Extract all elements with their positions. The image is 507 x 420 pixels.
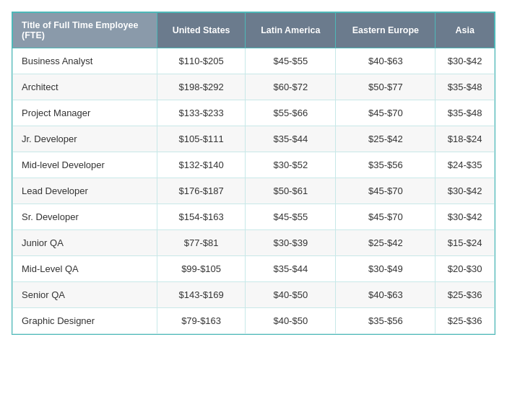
table-row: Mid-level Developer$132-$140$30-$52$35-$… (13, 152, 495, 178)
cell-latam: $35-$44 (246, 256, 336, 282)
cell-title: Business Analyst (13, 48, 157, 74)
cell-latam: $40-$50 (246, 308, 336, 334)
cell-us: $132-$140 (157, 152, 246, 178)
cell-title: Sr. Developer (13, 204, 157, 230)
salary-table: Title of Full Time Employee (FTE) United… (12, 12, 495, 334)
table-body: Business Analyst$110-$205$45-$55$40-$63$… (13, 48, 495, 334)
table-row: Senior QA$143-$169$40-$50$40-$63$25-$36 (13, 282, 495, 308)
cell-us: $99-$105 (157, 256, 246, 282)
cell-asia: $18-$24 (436, 126, 495, 152)
table-row: Lead Developer$176-$187$50-$61$45-$70$30… (13, 178, 495, 204)
cell-ee: $40-$63 (336, 282, 436, 308)
cell-latam: $60-$72 (246, 74, 336, 100)
cell-latam: $55-$66 (246, 100, 336, 126)
cell-asia: $24-$35 (436, 152, 495, 178)
cell-us: $77-$81 (157, 230, 246, 256)
cell-latam: $35-$44 (246, 126, 336, 152)
cell-ee: $35-$56 (336, 308, 436, 334)
table-header-row: Title of Full Time Employee (FTE) United… (13, 13, 495, 48)
cell-us: $154-$163 (157, 204, 246, 230)
cell-title: Senior QA (13, 282, 157, 308)
cell-title: Project Manager (13, 100, 157, 126)
table-row: Project Manager$133-$233$55-$66$45-$70$3… (13, 100, 495, 126)
cell-asia: $30-$42 (436, 48, 495, 74)
cell-us: $143-$169 (157, 282, 246, 308)
cell-ee: $45-$70 (336, 204, 436, 230)
cell-us: $198-$292 (157, 74, 246, 100)
table-row: Mid-Level QA$99-$105$35-$44$30-$49$20-$3… (13, 256, 495, 282)
table-row: Sr. Developer$154-$163$45-$55$45-$70$30-… (13, 204, 495, 230)
cell-title: Mid-level Developer (13, 152, 157, 178)
cell-ee: $25-$42 (336, 126, 436, 152)
cell-ee: $45-$70 (336, 178, 436, 204)
cell-ee: $30-$49 (336, 256, 436, 282)
table-row: Architect$198-$292$60-$72$50-$77$35-$48 (13, 74, 495, 100)
table-row: Graphic Designer$79-$163$40-$50$35-$56$2… (13, 308, 495, 334)
cell-asia: $35-$48 (436, 74, 495, 100)
cell-title: Graphic Designer (13, 308, 157, 334)
cell-latam: $50-$61 (246, 178, 336, 204)
table-row: Junior QA$77-$81$30-$39$25-$42$15-$24 (13, 230, 495, 256)
cell-asia: $30-$42 (436, 204, 495, 230)
col-header-title: Title of Full Time Employee (FTE) (13, 13, 157, 48)
cell-us: $79-$163 (157, 308, 246, 334)
cell-ee: $50-$77 (336, 74, 436, 100)
cell-asia: $20-$30 (436, 256, 495, 282)
cell-us: $176-$187 (157, 178, 246, 204)
cell-ee: $25-$42 (336, 230, 436, 256)
cell-asia: $15-$24 (436, 230, 495, 256)
cell-asia: $30-$42 (436, 178, 495, 204)
cell-latam: $45-$55 (246, 48, 336, 74)
table-row: Business Analyst$110-$205$45-$55$40-$63$… (13, 48, 495, 74)
cell-latam: $45-$55 (246, 204, 336, 230)
cell-latam: $40-$50 (246, 282, 336, 308)
col-header-asia: Asia (436, 13, 495, 48)
cell-latam: $30-$52 (246, 152, 336, 178)
cell-title: Mid-Level QA (13, 256, 157, 282)
cell-ee: $45-$70 (336, 100, 436, 126)
cell-title: Junior QA (13, 230, 157, 256)
cell-asia: $25-$36 (436, 308, 495, 334)
cell-us: $105-$111 (157, 126, 246, 152)
col-header-us: United States (157, 13, 246, 48)
cell-asia: $25-$36 (436, 282, 495, 308)
cell-title: Architect (13, 74, 157, 100)
table-row: Jr. Developer$105-$111$35-$44$25-$42$18-… (13, 126, 495, 152)
cell-us: $110-$205 (157, 48, 246, 74)
cell-ee: $40-$63 (336, 48, 436, 74)
cell-latam: $30-$39 (246, 230, 336, 256)
cell-asia: $35-$48 (436, 100, 495, 126)
salary-table-wrapper: Title of Full Time Employee (FTE) United… (12, 12, 495, 335)
cell-us: $133-$233 (157, 100, 246, 126)
cell-title: Lead Developer (13, 178, 157, 204)
col-header-latam: Latin America (246, 13, 336, 48)
cell-title: Jr. Developer (13, 126, 157, 152)
col-header-ee: Eastern Europe (336, 13, 436, 48)
cell-ee: $35-$56 (336, 152, 436, 178)
